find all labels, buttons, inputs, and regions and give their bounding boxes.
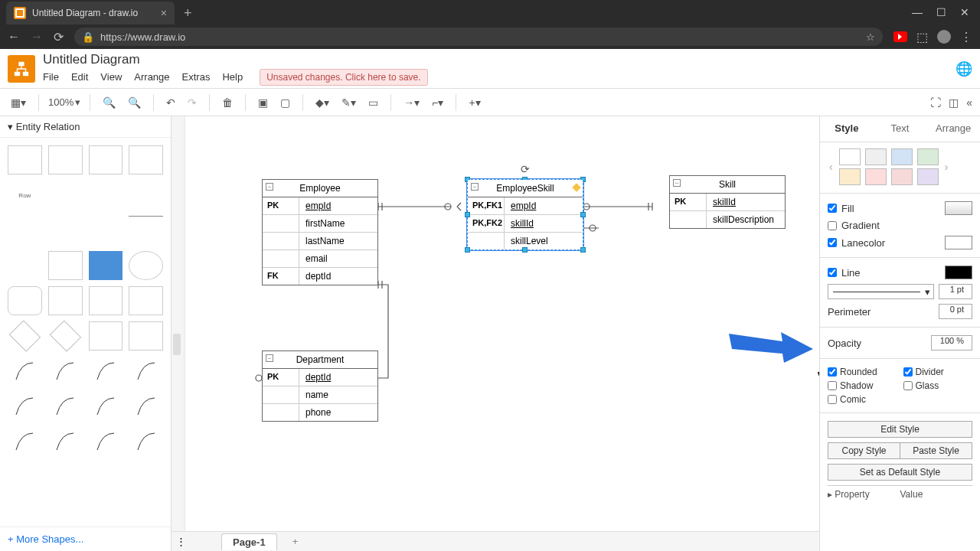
back-icon[interactable]: ← bbox=[8, 30, 20, 44]
table-employee[interactable]: −Employee PKempId firstName lastName ema… bbox=[262, 179, 378, 285]
delete-icon[interactable]: 🗑 bbox=[219, 95, 236, 110]
format-panel-icon[interactable]: ◫ bbox=[949, 96, 959, 109]
shape-thumb[interactable] bbox=[129, 357, 163, 386]
shape-thumb[interactable] bbox=[50, 321, 81, 352]
shape-thumb[interactable] bbox=[89, 427, 123, 456]
rounded-checkbox[interactable]: Rounded bbox=[828, 367, 897, 377]
menu-arrange[interactable]: Arrange bbox=[134, 71, 169, 83]
lanecolor-button[interactable] bbox=[945, 236, 972, 249]
tab-arrange[interactable]: Arrange bbox=[926, 116, 980, 142]
redo-icon[interactable]: ↷ bbox=[185, 95, 200, 110]
color-swatch[interactable] bbox=[839, 148, 861, 165]
browser-tab[interactable]: Untitled Diagram - draw.io × bbox=[6, 2, 175, 24]
shape-thumb[interactable] bbox=[89, 145, 123, 174]
shape-thumb[interactable] bbox=[8, 427, 42, 456]
sidebar-splitter[interactable] bbox=[173, 334, 181, 355]
table-employeeskill[interactable]: ⟳ −EmployeeSkill PK,FK1empId PK,FK2skill… bbox=[467, 179, 583, 250]
shape-thumb[interactable] bbox=[89, 181, 123, 210]
default-style-button[interactable]: Set as Default Style bbox=[828, 464, 972, 481]
add-page-icon[interactable]: + bbox=[283, 536, 308, 547]
tab-style[interactable]: Style bbox=[820, 116, 874, 142]
zoom-select[interactable]: 100% ▾ bbox=[48, 96, 80, 108]
page-menu-icon[interactable]: ⋮ bbox=[176, 536, 186, 547]
language-icon[interactable]: 🌐 bbox=[956, 60, 972, 77]
shape-thumb[interactable] bbox=[129, 427, 163, 456]
shape-thumb[interactable] bbox=[48, 357, 83, 386]
window-maximize-icon[interactable]: ☐ bbox=[936, 6, 946, 18]
shape-thumb[interactable] bbox=[9, 321, 41, 352]
shape-thumb[interactable] bbox=[8, 216, 42, 245]
insert-icon[interactable]: +▾ bbox=[466, 95, 483, 110]
color-swatch[interactable] bbox=[865, 148, 887, 165]
fullscreen-icon[interactable]: ⛶ bbox=[930, 96, 941, 109]
shape-thumb[interactable] bbox=[89, 286, 123, 315]
color-swatch[interactable] bbox=[917, 148, 939, 165]
menu-view[interactable]: View bbox=[100, 71, 122, 83]
comic-checkbox[interactable]: Comic bbox=[828, 394, 897, 405]
line-color-icon[interactable]: ✎▾ bbox=[338, 95, 359, 110]
page-tab[interactable]: Page-1 bbox=[221, 533, 277, 550]
paste-style-button[interactable]: Paste Style bbox=[900, 442, 972, 459]
shape-thumb[interactable] bbox=[48, 392, 83, 421]
forward-icon[interactable]: → bbox=[31, 30, 43, 44]
edit-style-button[interactable]: Edit Style bbox=[828, 421, 972, 438]
more-shapes-button[interactable]: + More Shapes... bbox=[0, 527, 171, 551]
gradient-checkbox[interactable] bbox=[828, 221, 837, 230]
shape-thumb[interactable] bbox=[8, 286, 42, 315]
fill-color-button[interactable] bbox=[945, 201, 972, 215]
table-department[interactable]: −Department PKdeptId name phone bbox=[262, 350, 378, 422]
color-swatch[interactable] bbox=[891, 148, 913, 165]
shape-thumb[interactable] bbox=[129, 286, 163, 315]
document-title[interactable]: Untitled Diagram bbox=[43, 52, 428, 67]
shape-thumb[interactable] bbox=[129, 216, 163, 245]
shadow-checkbox[interactable]: Shadow bbox=[828, 380, 897, 391]
url-input[interactable]: 🔒 https://www.draw.io ☆ bbox=[74, 28, 883, 46]
swatch-prev-icon[interactable]: ‹ bbox=[828, 161, 835, 173]
bookmark-star-icon[interactable]: ☆ bbox=[866, 31, 875, 43]
menu-edit[interactable]: Edit bbox=[71, 71, 88, 83]
new-tab-button[interactable]: + bbox=[175, 2, 201, 24]
collapse-icon[interactable]: « bbox=[966, 96, 972, 109]
shape-thumb[interactable] bbox=[89, 251, 123, 280]
window-minimize-icon[interactable]: — bbox=[912, 6, 923, 18]
window-close-icon[interactable]: ✕ bbox=[960, 6, 969, 18]
table-skill[interactable]: −Skill PKskillId skillDescription bbox=[669, 175, 786, 229]
save-warning[interactable]: Unsaved changes. Click here to save. bbox=[260, 69, 427, 86]
lanecolor-checkbox[interactable] bbox=[828, 238, 837, 247]
shape-thumb[interactable]: Row bbox=[8, 181, 42, 210]
shape-thumb[interactable] bbox=[48, 181, 83, 210]
color-swatch[interactable] bbox=[865, 168, 887, 185]
connection-icon[interactable]: →▾ bbox=[400, 95, 423, 110]
rotate-handle-icon[interactable]: ⟳ bbox=[521, 163, 530, 175]
color-swatch[interactable] bbox=[917, 168, 939, 185]
shadow-icon[interactable]: ▭ bbox=[365, 95, 381, 110]
undo-icon[interactable]: ↶ bbox=[163, 95, 178, 110]
avatar-icon[interactable] bbox=[937, 30, 951, 44]
shape-thumb[interactable] bbox=[129, 321, 163, 350]
divider-checkbox[interactable]: Divider bbox=[903, 367, 973, 377]
shape-thumb[interactable] bbox=[8, 357, 42, 386]
shape-thumb[interactable] bbox=[8, 251, 42, 280]
fill-color-icon[interactable]: ◆▾ bbox=[312, 95, 332, 110]
tab-close-icon[interactable]: × bbox=[161, 7, 167, 19]
shape-thumb[interactable] bbox=[89, 392, 123, 421]
color-swatch[interactable] bbox=[891, 168, 913, 185]
shape-thumb[interactable] bbox=[48, 427, 83, 456]
shape-thumb[interactable] bbox=[48, 251, 83, 280]
shape-thumb[interactable] bbox=[48, 286, 83, 315]
waypoint-icon[interactable]: ⌐▾ bbox=[429, 95, 446, 110]
line-color-button[interactable] bbox=[945, 266, 972, 279]
to-back-icon[interactable]: ▢ bbox=[277, 95, 293, 110]
shape-thumb[interactable] bbox=[48, 216, 83, 245]
view-mode-button[interactable]: ▦▾ bbox=[8, 95, 29, 110]
extension-icon[interactable]: ⬚ bbox=[916, 30, 928, 44]
shape-thumb[interactable] bbox=[129, 251, 163, 280]
zoom-out-icon[interactable]: 🔍 bbox=[125, 95, 144, 110]
glass-checkbox[interactable]: Glass bbox=[903, 380, 973, 391]
shape-thumb[interactable] bbox=[8, 392, 42, 421]
menu-extras[interactable]: Extras bbox=[182, 71, 211, 83]
shape-thumb[interactable] bbox=[48, 145, 83, 174]
shape-thumb[interactable] bbox=[89, 321, 123, 350]
shape-thumb[interactable] bbox=[129, 145, 163, 174]
zoom-in-icon[interactable]: 🔍 bbox=[100, 95, 119, 110]
